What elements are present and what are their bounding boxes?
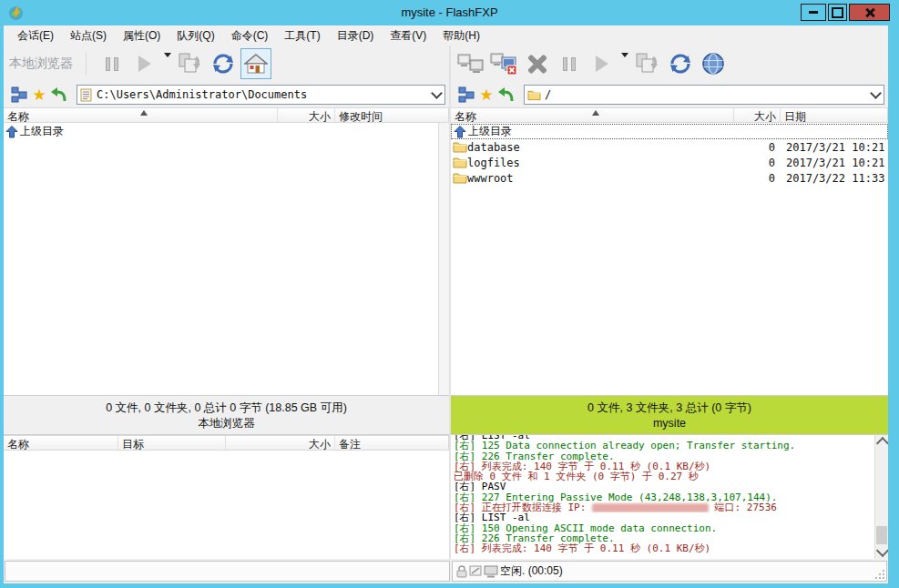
log-line: [右] LIST -al (454, 512, 873, 522)
remote-path-combobox[interactable]: / (524, 85, 884, 105)
pause-icon (106, 57, 118, 71)
favorites-button[interactable]: ★ (476, 85, 496, 105)
folder-tree-button[interactable] (456, 85, 476, 105)
pause-button[interactable] (97, 48, 128, 79)
home-icon (244, 53, 268, 75)
log-line: [右] PASV (454, 482, 873, 492)
scroll-up-icon[interactable] (876, 437, 888, 450)
local-status-strip: 0 文件, 0 文件夹, 0 总计 0 字节 (18.85 GB 可用) 本地浏… (4, 395, 449, 435)
local-list-scrollbar[interactable] (438, 123, 449, 395)
column-header-size[interactable]: 大小 (734, 108, 781, 122)
local-browser-label: 本地浏览器 (9, 56, 73, 72)
connect-button[interactable] (455, 48, 486, 79)
file-date: 2017/3/21 10:21 (781, 157, 888, 169)
play-icon (138, 56, 151, 72)
site-globe-button[interactable] (698, 48, 729, 79)
up-level-arrow-icon (50, 86, 68, 104)
scrollbar-thumb[interactable] (876, 526, 887, 544)
maximize-button[interactable] (828, 4, 847, 21)
disconnect-button[interactable] (488, 48, 519, 79)
abort-button[interactable] (521, 48, 552, 79)
favorites-button[interactable]: ★ (29, 85, 49, 105)
column-header-name[interactable]: 名称 (4, 108, 278, 122)
queue-transfer-button[interactable] (175, 48, 206, 79)
chevron-down-icon (431, 87, 443, 99)
connect-icon (457, 52, 485, 76)
log-panel: [右] LIST -al[右] 125 Data connection alre… (451, 435, 888, 559)
log-line: 已删除 0 文件 和 1 文件夹 (0 字节) 于 0.27 秒 (454, 471, 873, 482)
file-row[interactable]: 上级目录 (451, 124, 888, 139)
column-header-date[interactable]: 修改时间 (335, 108, 448, 122)
column-header-size[interactable]: 大小 (278, 108, 335, 122)
close-button[interactable] (849, 4, 890, 21)
star-icon: ★ (32, 87, 46, 103)
file-row[interactable]: database02017/3/21 10:21 (451, 139, 888, 155)
file-row[interactable]: 上级目录 (4, 124, 438, 139)
column-header-name[interactable]: 名称 (451, 108, 734, 122)
home-button[interactable] (240, 48, 271, 79)
star-icon: ★ (479, 87, 493, 103)
remote-toolbar (451, 46, 888, 82)
log-line: [右] 227 Entering Passive Mode (43,248,13… (454, 492, 873, 502)
queue-column-name[interactable]: 名称 (4, 436, 118, 450)
folder-tree-button[interactable] (9, 85, 29, 105)
menu-item[interactable]: 队列(Q) (169, 25, 222, 46)
queue-column-target[interactable]: 目标 (118, 436, 226, 450)
transfer-queue-icon (178, 52, 203, 76)
combobox-dropdown-button[interactable] (868, 86, 884, 104)
sort-ascending-icon (592, 110, 599, 116)
status-bar: 空闲. (00:05) (4, 559, 888, 583)
go-up-button[interactable] (496, 85, 516, 105)
resize-grip[interactable] (875, 570, 884, 579)
menu-item[interactable]: 站点(S) (62, 25, 115, 46)
folder-tree-icon (11, 86, 27, 103)
transfer-dropdown-button[interactable] (161, 57, 174, 70)
toolbar-separator (86, 52, 87, 76)
menu-item[interactable]: 命令(C) (223, 25, 277, 46)
menu-item[interactable]: 属性(O) (115, 25, 169, 46)
chevron-down-icon (870, 87, 882, 99)
combobox-dropdown-button[interactable] (429, 86, 444, 104)
remote-status-strip: 0 文件, 3 文件夹, 3 总计 (0 字节) mysite (451, 395, 888, 435)
local-path-combobox[interactable]: C:\Users\Administrator\Documents (77, 85, 445, 105)
lock-icon (455, 565, 468, 578)
menu-item[interactable]: 查看(V) (382, 25, 434, 46)
remote-pane: ★ / 名称 大小 日期 上级目录database02017/3/21 10:2… (451, 46, 888, 559)
file-row[interactable]: logfiles02017/3/21 10:21 (451, 155, 888, 170)
remote-status-counts: 0 文件, 3 文件夹, 3 总计 (0 字节) (451, 400, 888, 416)
scroll-down-icon[interactable] (876, 544, 888, 557)
column-header-date[interactable]: 日期 (781, 108, 887, 122)
play-icon (596, 56, 608, 72)
go-up-button[interactable] (49, 85, 69, 105)
log-line: [右] 125 Data connection already open; Tr… (454, 441, 873, 451)
menu-bar: 会话(E)站点(S)属性(O)队列(Q)命令(C)工具(T)目录(D)查看(V)… (4, 25, 888, 46)
remote-list-body: 上级目录database02017/3/21 10:21logfiles0201… (451, 123, 888, 396)
file-row[interactable]: wwwroot02017/3/22 11:33 (451, 170, 888, 186)
remote-path-value: / (545, 88, 551, 101)
refresh-button[interactable] (665, 48, 696, 79)
note-icon (469, 565, 483, 577)
remote-status-sitename: mysite (451, 416, 888, 431)
menu-item[interactable]: 帮助(H) (434, 25, 488, 46)
queue-transfer-button[interactable] (632, 48, 663, 79)
refresh-button[interactable] (208, 48, 239, 79)
pause-button[interactable] (554, 48, 585, 79)
transfer-dropdown-button[interactable] (618, 57, 631, 70)
local-path-bar: ★ C:\Users\Administrator\Documents (4, 82, 449, 107)
queue-column-size[interactable]: 大小 (226, 436, 335, 450)
menu-item[interactable]: 目录(D) (329, 25, 383, 46)
title-bar: mysite - FlashFXP (0, 0, 899, 25)
log-line: [右] 226 Transfer complete. (454, 533, 873, 543)
log-line: [右] 列表完成: 140 字节 于 0.11 秒 (0.1 KB/秒) (454, 461, 873, 471)
menu-item[interactable]: 会话(E) (9, 25, 62, 46)
start-transfer-button[interactable] (587, 48, 618, 79)
minimize-button[interactable] (801, 4, 826, 21)
menu-item[interactable]: 工具(T) (276, 25, 328, 46)
log-scrollbar[interactable] (874, 435, 888, 559)
idle-status-text: 空闲. (00:05) (500, 563, 563, 579)
queue-column-note[interactable]: 备注 (335, 436, 448, 450)
statusbar-right-panel: 空闲. (00:05) (452, 561, 887, 582)
file-size: 0 (734, 157, 781, 169)
queue-panel: 名称 目标 大小 备注 (4, 435, 449, 559)
start-transfer-button[interactable] (129, 48, 160, 79)
